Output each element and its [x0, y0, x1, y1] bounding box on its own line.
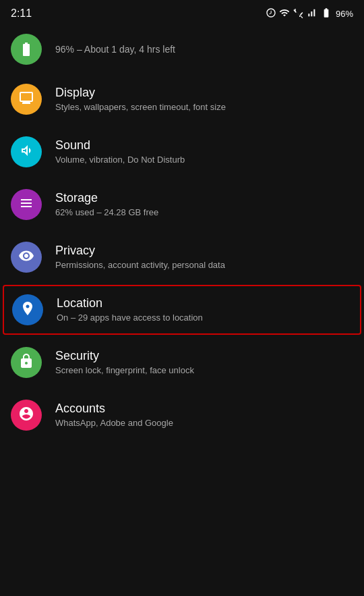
- settings-item-accounts[interactable]: Accounts WhatsApp, Adobe and Google: [0, 390, 364, 440]
- wifi-icon: [279, 7, 290, 20]
- location-icon: [20, 300, 36, 319]
- display-title: Display: [55, 86, 353, 100]
- battery-icon: [320, 7, 333, 20]
- storage-title: Storage: [55, 191, 353, 205]
- display-text: Display Styles, wallpapers, screen timeo…: [55, 86, 353, 113]
- display-subtitle: Styles, wallpapers, screen timeout, font…: [55, 102, 353, 113]
- settings-item-sound[interactable]: Sound Volume, vibration, Do Not Disturb: [0, 127, 364, 177]
- accounts-text: Accounts WhatsApp, Adobe and Google: [55, 402, 353, 429]
- accounts-icon: [18, 406, 34, 425]
- settings-item-privacy[interactable]: Privacy Permissions, account activity, p…: [0, 232, 364, 282]
- storage-text: Storage 62% used – 24.28 GB free: [55, 191, 353, 219]
- storage-icon-circle: [11, 189, 42, 220]
- storage-subtitle: 62% used – 24.28 GB free: [55, 207, 353, 219]
- signal-icon: [293, 7, 303, 20]
- privacy-icon-circle: [11, 242, 42, 273]
- battery-percentage: 96%: [336, 9, 353, 19]
- accounts-subtitle: WhatsApp, Adobe and Google: [55, 418, 353, 429]
- security-text: Security Screen lock, fingerprint, face …: [55, 349, 353, 377]
- security-icon-circle: [11, 347, 42, 378]
- accounts-title: Accounts: [55, 402, 353, 416]
- settings-item-storage[interactable]: Storage 62% used – 24.28 GB free: [0, 180, 364, 229]
- sound-icon-circle: [11, 136, 42, 167]
- location-icon-circle: [12, 294, 43, 325]
- battery-detail-item: 96% – About 1 day, 4 hrs left: [0, 27, 364, 72]
- location-title: Location: [57, 296, 352, 310]
- status-bar: 2:11: [0, 0, 364, 27]
- location-subtitle: On – 29 apps have access to location: [57, 313, 352, 324]
- display-icon-circle: [11, 84, 42, 115]
- battery-detail-text: 96% – About 1 day, 4 hrs left: [55, 44, 175, 55]
- sound-icon: [18, 142, 34, 161]
- privacy-text: Privacy Permissions, account activity, p…: [55, 244, 353, 271]
- signal-bars-icon: [306, 7, 317, 20]
- status-icons: 96%: [266, 7, 353, 20]
- security-icon: [18, 353, 34, 372]
- settings-item-location[interactable]: Location On – 29 apps have access to loc…: [3, 285, 361, 335]
- security-title: Security: [55, 349, 353, 363]
- security-subtitle: Screen lock, fingerprint, face unlock: [55, 365, 353, 377]
- alarm-icon: [266, 7, 276, 20]
- status-time: 2:11: [11, 7, 32, 20]
- settings-item-display[interactable]: Display Styles, wallpapers, screen timeo…: [0, 74, 364, 124]
- privacy-icon: [18, 248, 34, 267]
- accounts-icon-circle: [11, 400, 42, 431]
- storage-icon: [18, 195, 34, 214]
- settings-list: Display Styles, wallpapers, screen timeo…: [0, 74, 364, 440]
- location-text: Location On – 29 apps have access to loc…: [57, 296, 352, 324]
- privacy-subtitle: Permissions, account activity, personal …: [55, 260, 353, 271]
- privacy-title: Privacy: [55, 244, 353, 258]
- sound-text: Sound Volume, vibration, Do Not Disturb: [55, 138, 353, 166]
- battery-detail-icon: [11, 34, 42, 65]
- sound-title: Sound: [55, 138, 353, 153]
- display-icon: [18, 90, 34, 109]
- settings-item-security[interactable]: Security Screen lock, fingerprint, face …: [0, 337, 364, 387]
- sound-subtitle: Volume, vibration, Do Not Disturb: [55, 155, 353, 166]
